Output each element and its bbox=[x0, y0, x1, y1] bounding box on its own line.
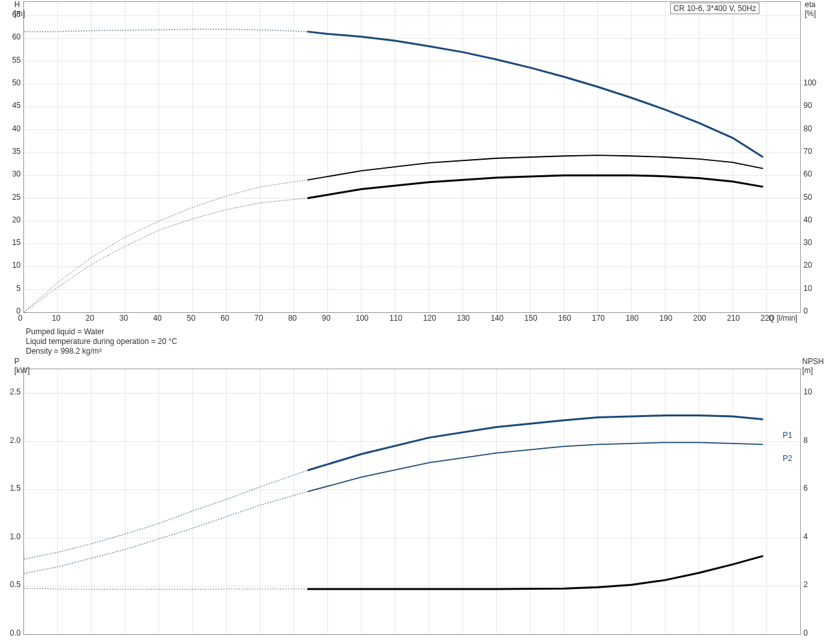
npsh-symbol: NPSH bbox=[802, 357, 823, 366]
npsh-unit: [m] bbox=[802, 366, 813, 375]
tick-npsh: 10 bbox=[803, 387, 812, 396]
tick-q: 110 bbox=[389, 314, 402, 323]
tick-h: 65 bbox=[0, 10, 21, 19]
tick-h: 50 bbox=[0, 78, 21, 87]
legend-box: CR 10-6, 3*400 V, 50Hz bbox=[670, 3, 759, 14]
note-liquid: Pumped liquid = Water bbox=[26, 327, 104, 336]
tick-eta: 20 bbox=[803, 261, 812, 270]
eta-symbol: eta bbox=[805, 0, 816, 9]
p1-label: P1 bbox=[783, 431, 792, 440]
p-symbol: P bbox=[14, 357, 19, 366]
tick-npsh: 2 bbox=[803, 580, 808, 589]
tick-q: 0 bbox=[18, 314, 23, 323]
note-density: Density = 998.2 kg/m³ bbox=[26, 347, 102, 356]
tick-q: 40 bbox=[153, 314, 162, 323]
tick-q: 180 bbox=[626, 314, 638, 323]
tick-q: 100 bbox=[356, 314, 369, 323]
tick-h: 25 bbox=[0, 193, 21, 202]
tick-h: 55 bbox=[0, 56, 21, 65]
tick-q: 30 bbox=[120, 314, 128, 323]
tick-h: 20 bbox=[0, 215, 21, 224]
tick-p: 0.0 bbox=[0, 628, 21, 638]
tick-eta: 10 bbox=[803, 284, 812, 293]
tick-npsh: 0 bbox=[803, 628, 808, 638]
tick-p: 2.5 bbox=[0, 387, 21, 396]
tick-h: 15 bbox=[0, 238, 21, 247]
tick-q: 60 bbox=[221, 314, 229, 323]
tick-eta: 0 bbox=[803, 306, 808, 316]
tick-npsh: 6 bbox=[803, 484, 808, 493]
y-right-title-bottom: NPSH [m] bbox=[802, 357, 823, 375]
tick-npsh: 4 bbox=[803, 532, 808, 541]
tick-q: 190 bbox=[659, 314, 672, 323]
tick-npsh: 8 bbox=[803, 436, 808, 445]
tick-eta: 80 bbox=[803, 124, 812, 133]
tick-q: 80 bbox=[288, 314, 296, 323]
tick-q: 160 bbox=[558, 314, 571, 323]
y-left-title-bottom: P [kW] bbox=[14, 357, 30, 375]
tick-p: 2.0 bbox=[0, 436, 21, 445]
top-chart bbox=[23, 1, 801, 313]
note-temp: Liquid temperature during operation = 20… bbox=[26, 337, 177, 346]
p2-label: P2 bbox=[783, 454, 792, 463]
tick-q: 50 bbox=[187, 314, 195, 323]
tick-q: 220 bbox=[761, 314, 774, 323]
tick-eta: 70 bbox=[803, 147, 812, 156]
p-unit: [kW] bbox=[14, 366, 30, 375]
tick-q: 90 bbox=[322, 314, 331, 323]
tick-q: 130 bbox=[457, 314, 470, 323]
tick-p: 0.5 bbox=[0, 580, 21, 589]
bottom-chart bbox=[23, 369, 801, 635]
tick-eta: 30 bbox=[803, 238, 812, 247]
tick-eta: 40 bbox=[803, 215, 812, 224]
tick-p: 1.0 bbox=[0, 532, 21, 541]
tick-eta: 90 bbox=[803, 101, 812, 110]
tick-q: 170 bbox=[592, 314, 605, 323]
tick-eta: 60 bbox=[803, 169, 812, 178]
tick-q: 70 bbox=[254, 314, 263, 323]
y-right-title-top: eta [%] bbox=[805, 0, 816, 18]
tick-q: 200 bbox=[693, 314, 706, 323]
tick-q: 150 bbox=[525, 314, 538, 323]
tick-h: 10 bbox=[0, 261, 21, 270]
tick-q: 10 bbox=[52, 314, 60, 323]
tick-h: 40 bbox=[0, 124, 21, 133]
tick-q: 120 bbox=[423, 314, 436, 323]
tick-h: 30 bbox=[0, 169, 21, 178]
tick-eta: 100 bbox=[803, 78, 816, 87]
h-symbol: H bbox=[14, 0, 20, 9]
tick-h: 35 bbox=[0, 147, 21, 156]
tick-h: 45 bbox=[0, 101, 21, 110]
tick-h: 5 bbox=[0, 284, 21, 293]
tick-q: 140 bbox=[490, 314, 503, 323]
tick-eta: 50 bbox=[803, 193, 812, 202]
tick-q: 20 bbox=[85, 314, 94, 323]
tick-h: 60 bbox=[0, 32, 21, 41]
tick-p: 1.5 bbox=[0, 484, 21, 493]
eta-unit: [%] bbox=[805, 9, 816, 18]
tick-q: 210 bbox=[727, 314, 740, 323]
